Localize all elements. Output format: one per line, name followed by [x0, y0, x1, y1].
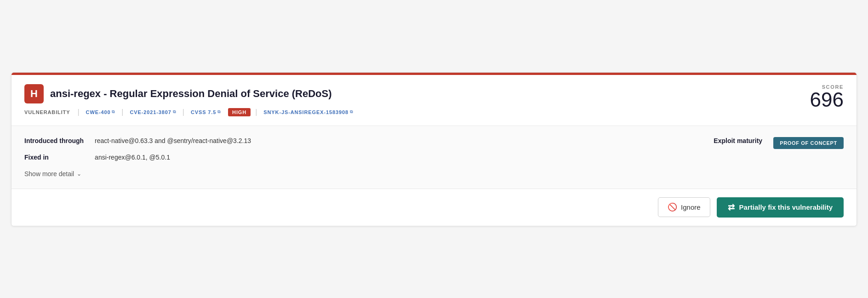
exploit-label: Exploit maturity: [714, 137, 762, 144]
ignore-label: Ignore: [681, 203, 701, 211]
snyk-ext-icon: ⧉: [350, 109, 353, 115]
score-section: SCORE 696: [810, 84, 844, 110]
show-more-row: Show more detail ⌄: [24, 161, 844, 179]
divider-1: |: [77, 108, 79, 116]
vulnerability-card: H ansi-regex - Regular Expression Denial…: [11, 72, 857, 226]
cwe-ext-icon: ⧉: [112, 109, 115, 115]
title-row: H ansi-regex - Regular Expression Denial…: [24, 84, 358, 103]
cvss-ext-icon: ⧉: [217, 109, 221, 115]
show-more-label: Show more detail: [24, 170, 74, 178]
proof-badge: PROOF OF CONCEPT: [773, 137, 844, 149]
fix-icon: ⇄: [728, 202, 735, 212]
fixed-value: ansi-regex@6.0.1, @5.0.1: [95, 154, 702, 161]
header-section: H ansi-regex - Regular Expression Denial…: [11, 75, 857, 126]
cvss-text: CVSS 7.5: [191, 109, 216, 115]
cve-text: CVE-2021-3807: [130, 109, 171, 115]
divider-2: |: [121, 108, 123, 116]
details-grid: Introduced through react-native@0.63.3 a…: [24, 137, 844, 161]
cve-ext-icon: ⧉: [173, 109, 176, 115]
chevron-down-icon: ⌄: [77, 171, 81, 177]
introduced-label: Introduced through: [24, 137, 84, 144]
header-left: H ansi-regex - Regular Expression Denial…: [24, 84, 358, 116]
snyk-text: SNYK-JS-ANSIREGEX-1583908: [263, 109, 348, 115]
vuln-description: - Regular Expression Denial of Service (…: [101, 88, 331, 99]
severity-letter: H: [30, 88, 38, 100]
fix-button[interactable]: ⇄ Partially fix this vulnerability: [717, 197, 844, 218]
divider-4: |: [255, 108, 257, 116]
cve-link[interactable]: CVE-2021-3807 ⧉: [126, 109, 181, 115]
package-name: ansi-regex: [50, 88, 101, 99]
footer-section: 🚫 Ignore ⇄ Partially fix this vulnerabil…: [11, 189, 857, 226]
introduced-value: react-native@0.63.3 and @sentry/react-na…: [95, 137, 702, 144]
meta-vuln-label: VULNERABILITY: [24, 109, 75, 115]
fix-label: Partially fix this vulnerability: [739, 203, 833, 211]
severity-badge: H: [24, 84, 44, 103]
fixed-label: Fixed in: [24, 154, 84, 161]
ignore-button[interactable]: 🚫 Ignore: [658, 197, 710, 217]
divider-3: |: [183, 108, 184, 116]
score-value: 696: [810, 90, 844, 110]
cwe-text: CWE-400: [86, 109, 111, 115]
cwe-link[interactable]: CWE-400 ⧉: [81, 109, 120, 115]
snyk-link[interactable]: SNYK-JS-ANSIREGEX-1583908 ⧉: [259, 109, 358, 115]
vuln-title: ansi-regex - Regular Expression Denial o…: [50, 88, 332, 100]
high-badge: HIGH: [228, 108, 251, 116]
cvss-link[interactable]: CVSS 7.5 ⧉: [186, 109, 225, 115]
show-more-button[interactable]: Show more detail ⌄: [24, 168, 81, 179]
meta-row: VULNERABILITY | CWE-400 ⧉ | CVE-2021-380…: [24, 108, 358, 116]
ignore-icon: 🚫: [668, 202, 677, 212]
details-section: Introduced through react-native@0.63.3 a…: [11, 126, 857, 189]
